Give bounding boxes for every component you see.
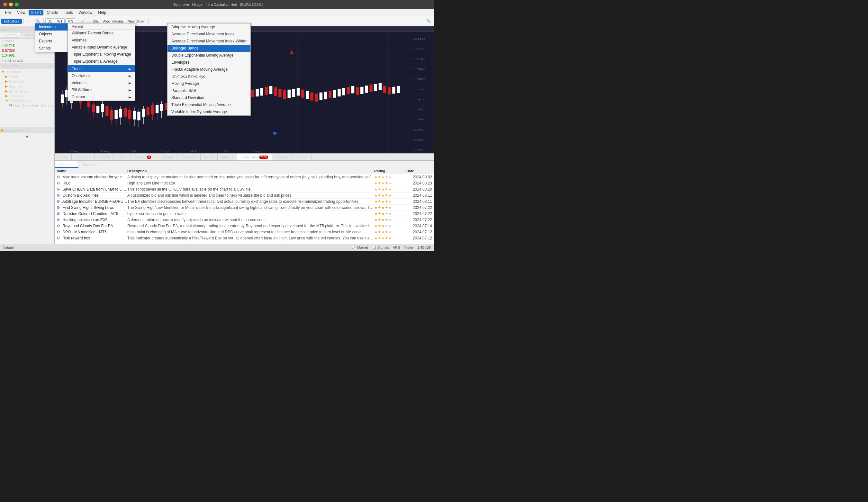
recent-tema[interactable]: Triple Exponential Moving Average [68, 51, 135, 58]
cat-bill-williams[interactable]: Bill Williams ▶ [68, 86, 135, 94]
svg-rect-39 [96, 106, 99, 113]
close-button[interactable] [3, 2, 7, 7]
table-row[interactable]: ⚙ Raymond Cloudy Day For EA Raymond Clou… [55, 223, 434, 229]
menu-window[interactable]: Window [76, 10, 95, 15]
status-default: Default [2, 246, 14, 250]
cat-volumes[interactable]: Volumes ▶ [68, 80, 135, 86]
table-row[interactable]: ⚙ Arbitrage Indicator EURGBP-EURUSD-GBPU… [55, 199, 434, 205]
nav-bill-williams[interactable]: ▶ Bill Williams [0, 89, 54, 94]
nav-oscillators[interactable]: ▶ Oscillators [0, 79, 54, 84]
table-row[interactable]: ⚙ Custom Bid Ask lines A customized bid … [55, 192, 434, 199]
svg-rect-167 [388, 87, 391, 94]
trend-frama[interactable]: Fractal Adaptive Moving Average [167, 66, 250, 73]
tab-articles-label: Articles [221, 155, 233, 159]
recent-volumes[interactable]: Volumes [68, 36, 135, 44]
tab-mailbox[interactable]: Mailbox 8 [131, 154, 155, 160]
maximize-button[interactable] [15, 2, 19, 7]
cat-trend[interactable]: Trend ▶ [68, 65, 135, 72]
trend-ma[interactable]: Moving Average [167, 80, 250, 87]
svg-rect-67 [160, 104, 163, 111]
svg-text:6 Sep: 6 Sep [252, 150, 260, 153]
nav-trend[interactable]: ▶ Trend [0, 74, 54, 79]
svg-text:1.10860: 1.10860 [413, 78, 425, 81]
status-signals[interactable]: 📊 Signals [372, 245, 389, 250]
svg-point-173 [273, 132, 277, 135]
table-row[interactable]: ⚙ HiLo High and Low Line Indicator ★★★★★… [55, 180, 434, 186]
table-row[interactable]: ⚙ Max trade volume checker for your trad… [55, 174, 434, 180]
svg-text:3 Sep: 3 Sep [161, 150, 169, 153]
menu-tools[interactable]: Tools [61, 10, 75, 15]
trend-envelopes[interactable]: Envelopes [167, 59, 250, 66]
nav-swing-item[interactable]: ⚙ Find_SwingHigh_SwingLow [0, 103, 54, 108]
tab-calendar[interactable]: Calendar [155, 154, 177, 160]
navigator-close[interactable]: × [51, 64, 52, 68]
cat-oscillators[interactable]: Oscillators ▶ [68, 72, 135, 80]
trend-tema2[interactable]: Triple Exponential Moving Average [167, 101, 250, 108]
nav-vol-label: Volumes [9, 84, 22, 88]
tab-history[interactable]: History [95, 154, 114, 160]
svg-rect-51 [124, 108, 127, 117]
cat-custom[interactable]: Custom ▶ [68, 94, 135, 101]
table-row[interactable]: ⚙ Hacking objects in an EX5 A demonstrat… [55, 217, 434, 223]
menu-insert[interactable]: Insert [29, 10, 43, 15]
tab-journal[interactable]: Journal [292, 154, 311, 160]
menu-view[interactable]: View [14, 10, 28, 15]
market-item-3[interactable]: 1.34991 [0, 53, 54, 58]
status-market[interactable]: 📈 Market [352, 245, 368, 250]
nav-expert-advisors[interactable]: ▶ Expert Advisors [0, 127, 54, 133]
tab-news[interactable]: News [114, 154, 131, 160]
recent-volumes-label: Volumes [72, 38, 86, 42]
table-row[interactable]: ⚙ DPO - MA modified - MT5 main point is … [55, 229, 434, 235]
trend-dema[interactable]: Double Exponential Moving Average [167, 52, 250, 59]
status-vps[interactable]: VPS [393, 245, 400, 250]
trend-vida[interactable]: Variable Index Dynamic Average [167, 108, 250, 115]
trend-ichimoku[interactable]: Ichimoku Kinko Hyo [167, 73, 250, 80]
nav-scroll-down[interactable]: ▼ [0, 133, 54, 140]
svg-text:1.11100: 1.11100 [413, 48, 425, 51]
tab-exposure[interactable]: Exposure [72, 154, 94, 160]
recent-trix[interactable]: Triple Exponential Average [68, 58, 135, 65]
indicators-button[interactable]: Indicators [1, 19, 22, 24]
table-row[interactable]: ⚙ Save OHLCV Data from Chart to CSV File… [55, 186, 434, 192]
trend-stddev[interactable]: Standard Deviation [167, 94, 250, 101]
tab-experts[interactable]: Experts [272, 154, 292, 160]
minimize-button[interactable] [9, 2, 13, 7]
menu-help[interactable]: Help [95, 10, 108, 15]
svg-rect-121 [283, 90, 286, 99]
trend-admiw[interactable]: Average Directional Movement Index Wilde… [167, 38, 250, 45]
nav-indicators[interactable]: ▼ Indicators [0, 70, 54, 74]
trend-psar[interactable]: Parabolic SAR [167, 87, 250, 94]
cf-tab-common[interactable]: Common [55, 161, 79, 168]
tab-codebase[interactable]: Code Base 7359 [237, 154, 272, 160]
tab-trade[interactable]: Trade [55, 154, 72, 160]
menu-file[interactable]: File [2, 10, 14, 15]
col-rating-header: Rating [374, 169, 406, 173]
table-row[interactable]: ⚙ Find Swing Highs Swing Lows The Swing … [55, 205, 434, 211]
tab-company[interactable]: Company [177, 154, 200, 160]
row-rating: ★★★★★ [374, 236, 406, 240]
tab-alerts[interactable]: Alerts [200, 154, 218, 160]
table-row[interactable]: ⚙ Risk reward box This Indicator creates… [55, 235, 434, 241]
trend-adaptive-ma[interactable]: Adaptive Moving Average [167, 23, 250, 31]
recent-vida[interactable]: Variable Index Dynamic Average [68, 44, 135, 51]
trend-admiw-label: Average Directional Movement Index Wilde… [171, 39, 247, 43]
tab-symbols[interactable]: Symbols [0, 32, 20, 38]
recent-williams[interactable]: Williams' Percent Range [68, 30, 135, 36]
svg-text:1.10620: 1.10620 [413, 108, 425, 111]
menu-charts[interactable]: Charts [44, 10, 60, 15]
nav-volumes[interactable]: ▶ Volumes [0, 84, 54, 89]
new-chart-button[interactable]: ＋ [25, 18, 33, 24]
row-icon: ⚙ [56, 187, 60, 191]
trend-admi[interactable]: Average Directional Movement Index [167, 31, 250, 38]
tab-articles[interactable]: Articles [218, 154, 237, 160]
search-button[interactable]: 🔍 [424, 18, 433, 24]
nav-examples[interactable]: ▶ Examples [0, 94, 54, 98]
nav-free-indicators[interactable]: ▼ Free Indicators [0, 98, 54, 103]
status-tester[interactable]: Tester [404, 245, 413, 250]
cf-tab-favorites[interactable]: Favorites [79, 161, 102, 168]
trend-bollinger[interactable]: Bollinger Bands [167, 45, 250, 52]
table-row[interactable]: ⚙ Decision Colored Candles - MT5 higher … [55, 211, 434, 217]
table-row[interactable]: ⚙ SL-TP Values Indicator displays the va… [55, 241, 434, 243]
bottom-tabs-row: Trade Exposure History News Mailbox 8 Ca… [55, 153, 434, 160]
add-symbol-button[interactable]: + click to add... [0, 58, 54, 63]
